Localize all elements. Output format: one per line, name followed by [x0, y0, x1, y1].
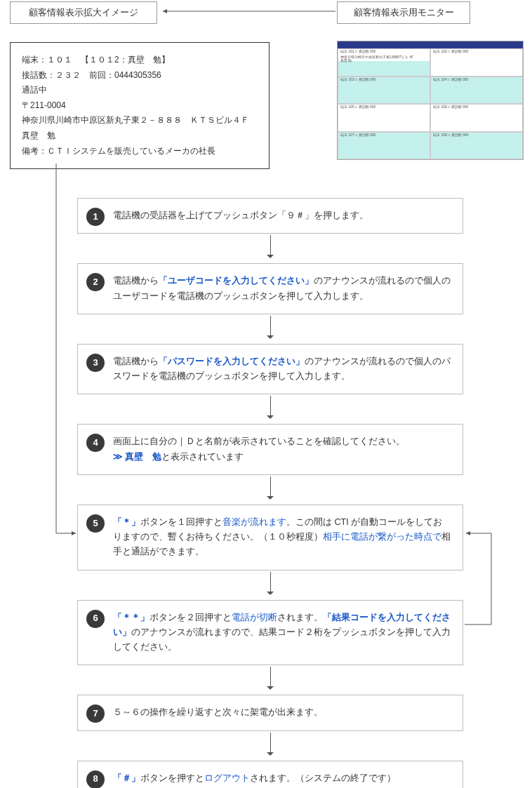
monitor-cell-label: 端末 102 □ 接話数 000: [433, 50, 468, 54]
step-box-8: 8「＃」ボタンを押すとログアウトされます。（システムの終了です）: [77, 761, 463, 789]
arrow-down-icon: [77, 665, 463, 695]
monitor-cell: 端末 104 □ 接話数 000: [430, 76, 523, 105]
detail-line: 神奈川県川崎市中原区新丸子東２－８８８ ＫＴＳビル４Ｆ: [22, 113, 258, 128]
text-run: 「＃」: [113, 773, 140, 783]
step-text: 画面上に自分の｜Ｄと名前が表示されていることを確認してください。≫ 真壁 勉と表…: [113, 434, 451, 465]
monitor-cell: 端末 105 □ 接話数 000: [338, 104, 430, 132]
text-run: ログアウト: [204, 773, 250, 783]
monitor-label: 顧客情報表示用モニター: [337, 1, 470, 24]
monitor-cell-label: 端末 107 □ 接話数 000: [340, 133, 375, 138]
text-run: 「ユーザコードを入力してください」: [159, 276, 314, 286]
text-run: 「＊」: [113, 517, 140, 527]
step-box-3: 3電話機から「パスワードを入力してください」のアナウンスが流れるので個人のパスワ…: [77, 344, 463, 395]
text-run: ボタンを１回押すと: [140, 517, 222, 527]
step-box-5: 5「＊」ボタンを１回押すと音楽が流れます。この間は CTI が自動コールをしてお…: [77, 505, 463, 570]
step-number-badge: 8: [86, 770, 105, 789]
monitor-cell-label: 端末 104 □ 接話数 000: [433, 78, 468, 82]
monitor-cell: 端末 102 □ 接話数 000: [430, 48, 523, 76]
text-run: 電話が切断: [232, 613, 277, 622]
enlarged-image-label: 顧客情報表示拡大イメージ: [10, 1, 157, 24]
text-run: ５～６の操作を繰り返すと次々に架電が出来ます。: [113, 707, 323, 717]
monitor-cell-label: 端末 108 □ 接話数 000: [433, 133, 468, 138]
arrow-down-icon: [77, 314, 463, 344]
text-run: されます。（システムの終了です）: [250, 773, 396, 783]
text-run: と表示されています: [161, 452, 244, 462]
step-text: 「＃」ボタンを押すとログアウトされます。（システムの終了です）: [113, 771, 451, 786]
step-box-1: 1電話機の受話器を上げてプッシュボタン「９＃」を押します。: [77, 198, 463, 234]
step-box-2: 2電話機から「ユーザコードを入力してください」のアナウンスが流れるので個人のユー…: [77, 263, 463, 314]
step-number-badge: 3: [86, 354, 105, 372]
text-run: ボタンを押すと: [140, 773, 204, 783]
monitor-preview: 端末 101 □ 接話数 000神奈川県川崎市中原区新丸子東2-888KTビル …: [337, 41, 524, 160]
text-run: のアナウンスが流れますので、結果コード２桁をプッシュボタンを押して入力してくださ…: [113, 627, 451, 652]
detail-line: 通話中: [22, 83, 258, 98]
detail-line: 接話数：２３２ 前回：0444305356: [22, 68, 258, 84]
monitor-titlebar: [338, 41, 523, 48]
monitor-cell: 端末 103 □ 接話数 000: [338, 76, 430, 105]
step-number-badge: 2: [86, 273, 105, 291]
step-text: 「＊＊」ボタンを２回押すと電話が切断されます。「結果コードを入力してください」の…: [113, 610, 451, 655]
step-number-badge: 5: [86, 514, 105, 533]
step-number-badge: 6: [86, 610, 105, 628]
text-run: 電話機の受話器を上げてプッシュボタン「９＃」を押します。: [113, 211, 368, 220]
monitor-cell-label: 端末 105 □ 接話数 000: [340, 105, 375, 109]
text-run: 電話機から: [113, 276, 159, 286]
detail-line: 真壁 勉: [22, 128, 258, 144]
detail-line: 〒211-0004: [22, 98, 258, 114]
monitor-cell-label: 端末 106 □ 接話数 000: [433, 105, 468, 109]
step-text: 電話機から「パスワードを入力してください」のアナウンスが流れるので個人のパスワー…: [113, 354, 451, 385]
monitor-cell: 端末 107 □ 接話数 000: [338, 132, 430, 160]
text-run: 電話機から: [113, 356, 159, 366]
step-box-4: 4画面上に自分の｜Ｄと名前が表示されていることを確認してください。≫ 真壁 勉と…: [77, 424, 463, 475]
steps-container: 1電話機の受話器を上げてプッシュボタン「９＃」を押します。2電話機から「ユーザコ…: [77, 198, 463, 788]
step-text: ５～６の操作を繰り返すと次々に架電が出来ます。: [113, 705, 451, 720]
text-run: 音楽が流れます: [222, 517, 286, 527]
monitor-cell: 端末 101 □ 接話数 000神奈川県川崎市中原区新丸子東2-888KTビル …: [338, 48, 430, 76]
step-text: 電話機の受話器を上げてプッシュボタン「９＃」を押します。: [113, 208, 451, 223]
arrow-down-icon: [77, 475, 463, 505]
step-box-6: 6「＊＊」ボタンを２回押すと電話が切断されます。「結果コードを入力してください」…: [77, 600, 463, 666]
step-box-7: 7５～６の操作を繰り返すと次々に架電が出来ます。: [77, 695, 463, 730]
text-run: 画面上に自分の｜Ｄと名前が表示されていることを確認してください。: [113, 436, 405, 446]
text-run: 相手に電話が繋がった時点で: [323, 532, 441, 542]
monitor-cell-label: 端末 101 □ 接話数 000: [340, 50, 375, 54]
detail-line: 端末：１０１ 【１０１2：真壁 勉】: [22, 53, 258, 68]
monitor-cell: 端末 108 □ 接話数 000: [430, 132, 523, 160]
monitor-cell-label: 端末 103 □ 接話数 000: [340, 78, 375, 82]
step-number-badge: 4: [86, 434, 105, 452]
monitor-cell: 端末 106 □ 接話数 000: [430, 104, 523, 132]
detail-line: 備考：ＣＴＩシステムを販売しているメーカの社長: [22, 144, 258, 159]
arrow-down-icon: [77, 570, 463, 600]
step-number-badge: 1: [86, 208, 105, 226]
arrow-down-icon: [77, 394, 463, 424]
step-text: 「＊」ボタンを１回押すと音楽が流れます。この間は CTI が自動コールをしており…: [113, 515, 451, 560]
text-run: ≫ 真壁 勉: [113, 452, 161, 462]
text-run: 「＊＊」: [113, 613, 149, 622]
text-run: ボタンを２回押すと: [149, 613, 232, 622]
step-text: 電話機から「ユーザコードを入力してください」のアナウンスが流れるので個人のユーザ…: [113, 274, 451, 304]
step-number-badge: 7: [86, 704, 105, 723]
arrow-down-icon: [77, 234, 463, 263]
customer-detail-panel: 端末：１０１ 【１０１2：真壁 勉】 接話数：２３２ 前回：0444305356…: [10, 42, 270, 169]
text-run: 「パスワードを入力してください」: [159, 356, 305, 366]
text-run: されます。: [277, 613, 323, 622]
arrow-down-icon: [77, 731, 463, 761]
